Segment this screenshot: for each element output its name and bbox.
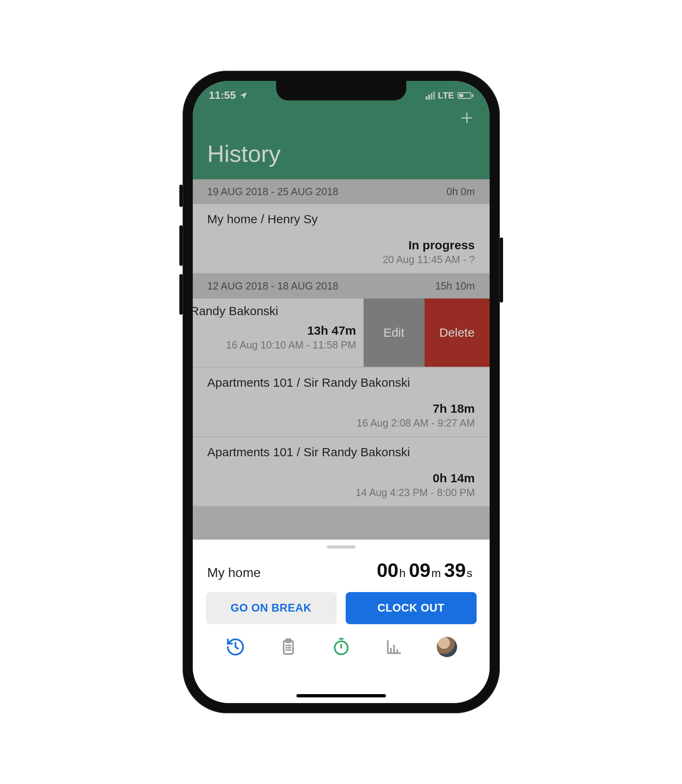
go-on-break-button[interactable]: GO ON BREAK bbox=[206, 592, 337, 624]
sheet-grabber[interactable] bbox=[327, 545, 355, 549]
volume-mute-switch bbox=[179, 185, 183, 207]
entry-time-range: 20 Aug 11:45 AM - ? bbox=[207, 254, 475, 266]
entry-duration: 13h 47m bbox=[193, 324, 356, 338]
timer-minutes: 09 bbox=[409, 559, 430, 581]
timer-seconds: 39 bbox=[444, 559, 466, 581]
week-total: 15h 10m bbox=[435, 280, 475, 292]
history-entry[interactable]: My home / Henry Sy In progress 20 Aug 11… bbox=[193, 204, 490, 274]
edit-button[interactable]: Edit bbox=[364, 298, 425, 367]
stopwatch-icon bbox=[331, 637, 351, 657]
avatar-icon bbox=[437, 637, 457, 657]
signal-icon bbox=[426, 91, 435, 100]
history-entry-swiped[interactable]: Randy Bakonski 13h 47m 16 Aug 10:10 AM -… bbox=[193, 298, 490, 368]
tab-reports[interactable] bbox=[383, 636, 405, 658]
hours-unit: h bbox=[399, 567, 406, 580]
entry-label: Apartments 101 / Sir Randy Bakonski bbox=[207, 376, 475, 390]
week-header: 19 AUG 2018 - 25 AUG 2018 0h 0m bbox=[193, 179, 490, 204]
week-range: 19 AUG 2018 - 25 AUG 2018 bbox=[207, 186, 338, 198]
home-indicator[interactable] bbox=[296, 694, 386, 697]
tab-bar bbox=[204, 633, 478, 658]
timer-display: 00h 09m 39s bbox=[377, 559, 475, 581]
entry-duration: 0h 14m bbox=[207, 471, 475, 485]
tab-timer[interactable] bbox=[330, 636, 353, 658]
current-location-label: My home bbox=[207, 565, 261, 580]
entry-time-range: 14 Aug 4:23 PM - 8:00 PM bbox=[207, 487, 475, 499]
history-entry[interactable]: Apartments 101 / Sir Randy Bakonski 0h 1… bbox=[193, 437, 490, 507]
tab-history[interactable] bbox=[224, 636, 247, 658]
tab-profile[interactable] bbox=[436, 636, 458, 658]
week-range: 12 AUG 2018 - 18 AUG 2018 bbox=[207, 280, 338, 292]
timer-hours: 00 bbox=[377, 559, 398, 581]
entry-time-range: 16 Aug 10:10 AM - 11:58 PM bbox=[193, 339, 356, 351]
entry-label: Apartments 101 / Sir Randy Bakonski bbox=[207, 445, 475, 459]
battery-icon bbox=[458, 92, 473, 99]
volume-down-button bbox=[179, 274, 183, 315]
network-label: LTE bbox=[438, 90, 454, 101]
entry-status: In progress bbox=[207, 238, 475, 252]
status-time: 11:55 bbox=[209, 89, 236, 102]
screen: 11:55 LTE History 19 AUG 2018 - 25 AUG 2… bbox=[193, 81, 490, 703]
timer-sheet: My home 00h 09m 39s GO ON BREAK CLOCK OU… bbox=[193, 540, 490, 703]
bar-chart-icon bbox=[385, 638, 403, 656]
history-entry[interactable]: Apartments 101 / Sir Randy Bakonski 7h 1… bbox=[193, 368, 490, 437]
minutes-unit: m bbox=[431, 567, 441, 580]
delete-button[interactable]: Delete bbox=[425, 298, 490, 367]
notch bbox=[276, 81, 406, 100]
clock-out-button[interactable]: CLOCK OUT bbox=[346, 592, 477, 624]
tab-tasks[interactable] bbox=[277, 636, 300, 658]
entry-label: Randy Bakonski bbox=[193, 304, 356, 318]
entry-time-range: 16 Aug 2:08 AM - 9:27 AM bbox=[207, 417, 475, 429]
plus-icon bbox=[459, 110, 475, 126]
history-icon bbox=[225, 637, 246, 657]
location-arrow-icon bbox=[239, 91, 248, 100]
phone-frame: 11:55 LTE History 19 AUG 2018 - 25 AUG 2… bbox=[183, 71, 500, 713]
week-header: 12 AUG 2018 - 18 AUG 2018 15h 10m bbox=[193, 274, 490, 298]
page-title: History bbox=[193, 128, 490, 179]
volume-up-button bbox=[179, 225, 183, 266]
entry-label: My home / Henry Sy bbox=[207, 212, 475, 226]
add-button[interactable] bbox=[459, 110, 475, 128]
power-button bbox=[500, 237, 503, 303]
week-total: 0h 0m bbox=[447, 186, 475, 198]
clipboard-icon bbox=[279, 638, 298, 656]
entry-duration: 7h 18m bbox=[207, 402, 475, 416]
seconds-unit: s bbox=[467, 567, 473, 580]
